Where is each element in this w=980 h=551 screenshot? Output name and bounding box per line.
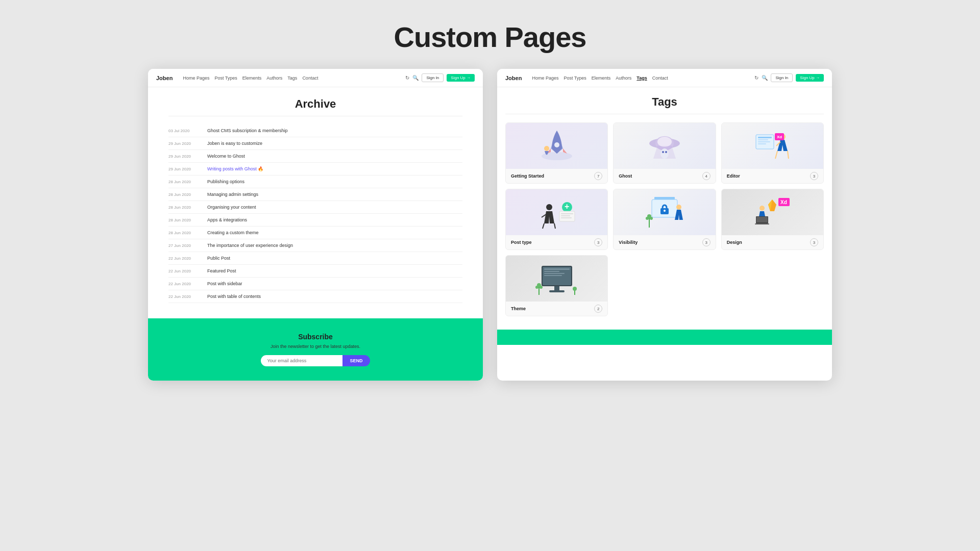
archive-post-title[interactable]: The importance of user experience design [207,243,293,248]
archive-post-title[interactable]: Managing admin settings [207,192,258,197]
tag-card-count: 4 [702,172,710,180]
svg-rect-13 [758,141,770,142]
archive-title: Archive [168,97,462,116]
refresh-icon[interactable]: ↻ [405,75,409,81]
archive-post-title[interactable]: Featured Post [207,268,236,273]
tag-card-visibility[interactable]: Visibility 3 [613,189,716,250]
tag-card-footer: Post type 3 [506,235,607,249]
svg-rect-43 [544,273,565,274]
archive-nav-links: Home Pages Post Types Elements Authors T… [183,76,405,81]
svg-text:+: + [565,202,569,211]
nav-link-tags[interactable]: Tags [287,76,297,81]
svg-text:Xd: Xd [777,135,782,139]
tag-card-editor[interactable]: Xd Editor 3 [721,122,824,184]
tags-nav-posttypes[interactable]: Post Types [564,76,586,81]
tags-content: Tags [497,87,832,324]
svg-rect-14 [758,143,766,144]
svg-rect-46 [549,290,565,292]
svg-point-1 [554,142,559,147]
tag-card-getting-started[interactable]: Getting Started 7 [505,122,608,184]
archive-date: 22 Jun 2020 [168,282,199,286]
nav-link-posttypes[interactable]: Post Types [214,76,237,81]
archive-date: 03 Jul 2020 [168,129,199,133]
archive-post-title[interactable]: Joben is easy to customize [207,141,262,146]
archive-post-title[interactable]: Creating a custom theme [207,230,259,235]
subscribe-email-input[interactable] [261,355,342,366]
tags-signin-button[interactable]: Sign In [771,73,793,82]
tag-card-design[interactable]: Xd Design 3 [721,189,824,250]
tags-signup-button[interactable]: Sign Up → [796,74,824,82]
list-item: 29 Jun 2020 Welcome to Ghost [168,150,462,163]
svg-rect-23 [561,217,572,218]
tags-nav-links: Home Pages Post Types Elements Authors T… [532,76,754,81]
tag-card-theme[interactable]: Theme 2 [505,255,608,316]
archive-date: 28 Jun 2020 [168,205,199,210]
archive-date: 28 Jun 2020 [168,218,199,222]
archive-post-title[interactable]: Welcome to Ghost [207,154,245,159]
svg-text:Xd: Xd [780,199,787,205]
tag-card-post-type[interactable]: + Post type 3 [505,189,608,250]
archive-window: Joben Home Pages Post Types Elements Aut… [148,69,483,381]
tags-nav-tags[interactable]: Tags [636,76,647,81]
page-title: Custom Pages [394,0,586,69]
archive-post-title[interactable]: Writing posts with Ghost 🔥 [207,166,263,171]
tags-nav-elements[interactable]: Elements [592,76,611,81]
archive-date: 22 Jun 2020 [168,256,199,261]
tag-card-count: 3 [810,238,818,246]
archive-post-title[interactable]: Organising your content [207,205,256,210]
subscribe-send-button[interactable]: SEND [342,355,370,366]
archive-post-title[interactable]: Publishing options [207,179,244,184]
svg-point-7 [662,151,664,153]
signup-button[interactable]: Sign Up → [447,74,475,82]
svg-point-28 [676,205,681,210]
signin-button[interactable]: Sign In [422,73,444,82]
subscribe-form: SEND [158,355,473,366]
tags-search-icon[interactable]: 🔍 [762,75,768,81]
nav-link-authors[interactable]: Authors [266,76,282,81]
tags-nav-contact[interactable]: Contact [652,76,668,81]
tags-nav-homepages[interactable]: Home Pages [532,76,558,81]
archive-post-title[interactable]: Post with table of contents [207,294,261,299]
svg-point-49 [535,286,538,289]
subscribe-description: Join the newsletter to get the latest up… [158,344,473,349]
svg-rect-42 [544,271,559,272]
svg-rect-36 [755,223,769,224]
svg-point-17 [546,204,552,210]
tag-card-count: 3 [702,238,710,246]
list-item: 29 Jun 2020 Writing posts with Ghost 🔥 [168,163,462,176]
svg-rect-24 [654,197,675,199]
tag-card-image: + [506,189,607,235]
subscribe-section: Subscribe Join the newsletter to get the… [148,318,483,381]
tag-card-name: Visibility [619,240,638,245]
archive-post-title[interactable]: Public Post [207,256,230,261]
archive-post-title[interactable]: Post with sidebar [207,281,242,286]
tags-nav-authors[interactable]: Authors [616,76,631,81]
list-item: 28 Jun 2020 Organising your content [168,201,462,214]
nav-link-contact[interactable]: Contact [302,76,318,81]
tag-card-name: Theme [511,306,526,311]
tag-card-name: Post type [511,240,532,245]
tag-card-image [506,256,607,302]
tags-title: Tags [505,95,824,114]
archive-post-title[interactable]: Ghost CMS subscription & membership [207,128,288,133]
tag-card-image [614,189,715,235]
svg-point-27 [664,210,666,212]
list-item: 22 Jun 2020 Post with table of contents [168,290,462,303]
tag-card-footer: Editor 3 [722,169,823,183]
archive-post-title[interactable]: Apps & integrations [207,217,247,222]
search-icon[interactable]: 🔍 [412,75,419,81]
tag-card-footer: Theme 2 [506,302,607,316]
archive-date: 27 Jun 2020 [168,243,199,248]
nav-link-elements[interactable]: Elements [242,76,262,81]
tag-card-footer: Visibility 3 [614,235,715,249]
tags-refresh-icon[interactable]: ↻ [754,75,758,81]
archive-date: 28 Jun 2020 [168,192,199,197]
list-item: 22 Jun 2020 Post with sidebar [168,278,462,290]
tag-card-name: Ghost [619,173,632,179]
svg-rect-11 [758,137,772,138]
tags-logo: Joben [505,75,522,81]
nav-link-homepages[interactable]: Home Pages [183,76,209,81]
archive-date: 29 Jun 2020 [168,154,199,159]
tag-card-ghost[interactable]: Ghost 4 [613,122,716,184]
tag-card-image [614,123,715,169]
